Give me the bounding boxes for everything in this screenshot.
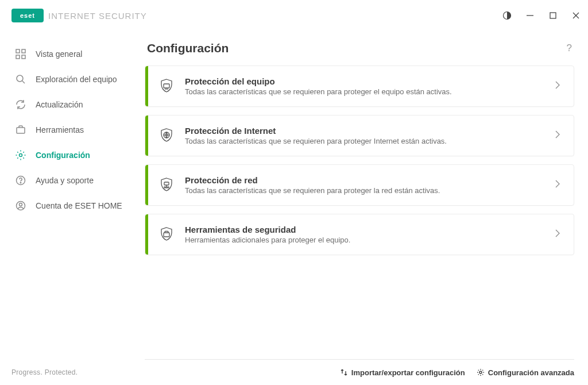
link-label: Configuración avanzada bbox=[488, 368, 574, 377]
svg-rect-17 bbox=[164, 84, 169, 88]
card-subtitle: Todas las características que se requier… bbox=[185, 186, 553, 195]
svg-rect-8 bbox=[22, 55, 25, 59]
help-icon bbox=[15, 175, 26, 186]
import-export-icon bbox=[340, 368, 348, 376]
refresh-icon bbox=[15, 99, 26, 110]
card-title: Herramientas de seguridad bbox=[185, 225, 553, 234]
card-title: Protección de Internet bbox=[185, 126, 553, 136]
svg-rect-20 bbox=[164, 182, 169, 185]
grid-icon bbox=[15, 48, 26, 60]
config-card-list: Protección del equipo Todas las caracter… bbox=[145, 66, 574, 255]
gear-icon bbox=[15, 149, 26, 161]
toolbox-shield-icon bbox=[148, 226, 185, 243]
minimize-button[interactable] bbox=[525, 10, 535, 21]
sidebar-item-config[interactable]: Configuración bbox=[0, 143, 145, 168]
nav-label: Actualización bbox=[36, 100, 83, 109]
svg-rect-6 bbox=[22, 49, 25, 53]
footer: Progress. Protected. Importar/exportar c… bbox=[0, 360, 588, 385]
theme-toggle-icon[interactable] bbox=[502, 10, 512, 21]
maximize-button[interactable] bbox=[548, 10, 558, 21]
svg-rect-25 bbox=[164, 233, 169, 237]
brand-badge: eset bbox=[11, 9, 44, 22]
network-shield-icon bbox=[148, 176, 185, 194]
card-computer-protection[interactable]: Protección del equipo Todas las caracter… bbox=[145, 66, 574, 107]
card-subtitle: Todas las características que se requier… bbox=[185, 87, 553, 96]
svg-point-26 bbox=[479, 371, 482, 374]
nav-label: Ayuda y soporte bbox=[36, 176, 94, 185]
svg-point-12 bbox=[20, 154, 22, 157]
svg-point-21 bbox=[164, 187, 165, 188]
svg-point-14 bbox=[20, 182, 21, 183]
app-logo: eset INTERNET SECURITY bbox=[11, 9, 147, 22]
nav-label: Configuración bbox=[36, 151, 90, 160]
sidebar-item-help[interactable]: Ayuda y soporte bbox=[0, 168, 145, 193]
nav-label: Exploración del equipo bbox=[36, 75, 117, 84]
tagline: Progress. Protected. bbox=[11, 368, 78, 376]
card-network-protection[interactable]: Protección de red Todas las característi… bbox=[145, 164, 574, 206]
chevron-right-icon bbox=[553, 130, 562, 141]
chevron-right-icon bbox=[553, 229, 562, 240]
sidebar-item-scan[interactable]: Exploración del equipo bbox=[0, 67, 145, 92]
svg-rect-2 bbox=[550, 13, 556, 18]
monitor-shield-icon bbox=[148, 78, 185, 95]
svg-point-9 bbox=[17, 75, 23, 82]
card-internet-protection[interactable]: Protección de Internet Todas las caracte… bbox=[145, 115, 574, 156]
advanced-config-link[interactable]: Configuración avanzada bbox=[477, 368, 574, 377]
card-title: Protección del equipo bbox=[185, 76, 553, 86]
globe-shield-icon bbox=[148, 127, 185, 144]
nav-label: Herramientas bbox=[36, 125, 84, 134]
nav-label: Cuenta de ESET HOME bbox=[36, 201, 122, 210]
nav-label: Vista general bbox=[36, 49, 82, 59]
user-icon bbox=[15, 200, 26, 211]
sidebar-item-tools[interactable]: Herramientas bbox=[0, 117, 145, 143]
search-icon bbox=[15, 74, 26, 85]
svg-rect-7 bbox=[16, 55, 20, 59]
svg-line-10 bbox=[22, 81, 25, 83]
svg-rect-11 bbox=[17, 128, 25, 133]
svg-point-22 bbox=[166, 187, 167, 188]
briefcase-icon bbox=[15, 124, 26, 136]
page-help-icon[interactable]: ? bbox=[567, 43, 572, 54]
svg-point-16 bbox=[20, 203, 22, 206]
link-label: Importar/exportar configuración bbox=[351, 368, 465, 377]
sidebar: Vista general Exploración del equipo Act… bbox=[0, 31, 145, 360]
sidebar-item-update[interactable]: Actualización bbox=[0, 92, 145, 117]
svg-point-23 bbox=[168, 187, 169, 188]
page-title: Configuración bbox=[147, 41, 229, 55]
card-subtitle: Todas las características que se requier… bbox=[185, 137, 553, 145]
card-title: Protección de red bbox=[185, 175, 553, 185]
main-panel: Configuración ? Protección del equipo To… bbox=[145, 31, 588, 360]
gear-icon bbox=[477, 368, 485, 376]
window-controls bbox=[502, 10, 581, 21]
product-name: INTERNET SECURITY bbox=[48, 11, 147, 21]
card-subtitle: Herramientas adicionales para proteger e… bbox=[185, 236, 553, 244]
card-security-tools[interactable]: Herramientas de seguridad Herramientas a… bbox=[145, 214, 574, 255]
import-export-link[interactable]: Importar/exportar configuración bbox=[340, 368, 465, 377]
sidebar-item-overview[interactable]: Vista general bbox=[0, 41, 145, 67]
chevron-right-icon bbox=[553, 179, 562, 191]
title-bar: eset INTERNET SECURITY bbox=[0, 0, 588, 31]
sidebar-item-account[interactable]: Cuenta de ESET HOME bbox=[0, 193, 145, 218]
svg-rect-5 bbox=[16, 49, 20, 53]
close-button[interactable] bbox=[571, 10, 581, 21]
chevron-right-icon bbox=[553, 80, 562, 92]
